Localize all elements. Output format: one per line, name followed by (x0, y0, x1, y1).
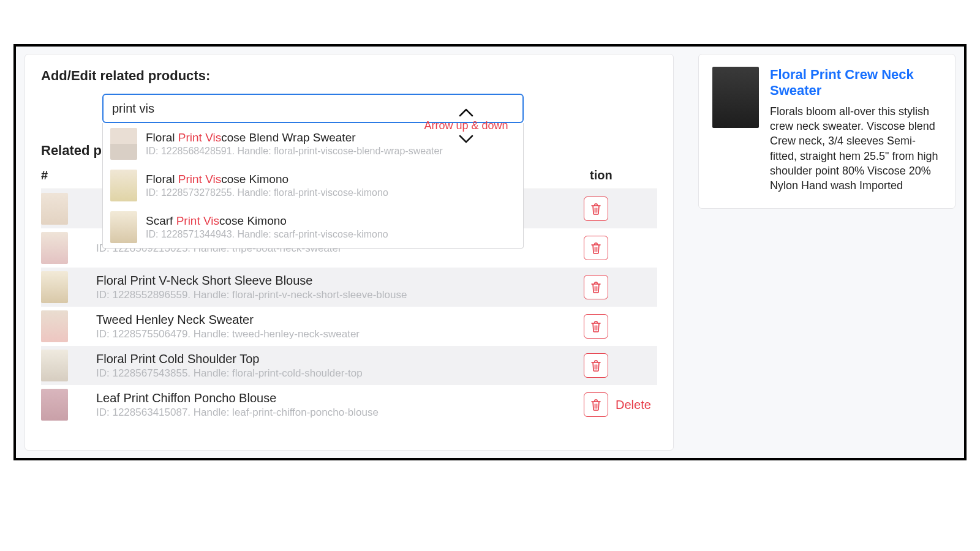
related-products-panel: Add/Edit related products: Floral Print … (24, 54, 674, 451)
delete-label: Delete (616, 398, 651, 412)
table-row: Floral Print Cold Shoulder TopID: 122856… (41, 346, 657, 385)
product-name: Tweed Henley Neck Sweater (96, 313, 584, 327)
product-thumb (41, 232, 68, 264)
autocomplete-item[interactable]: Scarf Print Viscose KimonoID: 1228571344… (103, 206, 523, 248)
table-row: Floral Print V-Neck Short Sleeve BlouseI… (41, 268, 657, 307)
product-thumb (110, 211, 137, 243)
col-header-action-tail: tion (590, 168, 657, 182)
delete-button[interactable] (584, 197, 608, 221)
product-thumb (41, 310, 68, 342)
arrow-note-label: Arrow up & down (417, 119, 515, 132)
table-row: Tweed Henley Neck SweaterID: 12285755064… (41, 307, 657, 346)
product-thumb (41, 350, 68, 381)
product-detail-thumb (712, 67, 759, 128)
autocomplete-item-id: ID: 1228568428591. Handle: floral-print-… (146, 146, 443, 157)
search-wrap: Floral Print Viscose Blend Wrap SweaterI… (102, 94, 524, 123)
autocomplete-item-id: ID: 1228573278255. Handle: floral-print-… (146, 187, 388, 198)
product-thumb (41, 193, 68, 225)
col-header-hash: # (41, 168, 96, 182)
delete-button[interactable] (584, 275, 608, 299)
product-thumb (41, 271, 68, 303)
product-name: Floral Print V-Neck Short Sleeve Blouse (96, 274, 584, 288)
product-thumb (110, 170, 137, 201)
table-row: Leaf Print Chiffon Poncho BlouseID: 1228… (41, 385, 657, 424)
product-detail-panel: Floral Print Crew Neck Sweater Florals b… (698, 54, 956, 209)
delete-button[interactable] (584, 353, 608, 378)
chevron-down-icon (417, 132, 515, 146)
delete-button[interactable] (584, 392, 608, 417)
product-id: ID: 1228575506479. Handle: tweed-henley-… (96, 328, 584, 340)
product-id: ID: 1228563415087. Handle: leaf-print-ch… (96, 407, 584, 419)
product-id: ID: 1228552896559. Handle: floral-print-… (96, 289, 584, 301)
autocomplete-item-name: Floral Print Viscose Kimono (146, 173, 388, 186)
panel-title: Add/Edit related products: (41, 68, 657, 84)
product-name: Floral Print Cold Shoulder Top (96, 352, 584, 366)
product-detail-desc: Florals bloom all-over this stylish crew… (770, 104, 941, 193)
product-detail-title[interactable]: Floral Print Crew Neck Sweater (770, 67, 941, 99)
autocomplete-item-id: ID: 1228571344943. Handle: scarf-print-v… (146, 229, 388, 240)
autocomplete-item-name: Scarf Print Viscose Kimono (146, 214, 388, 228)
autocomplete-item-name: Floral Print Viscose Blend Wrap Sweater (146, 131, 443, 144)
autocomplete-item[interactable]: Floral Print Viscose KimonoID: 122857327… (103, 165, 523, 206)
product-detail-text: Floral Print Crew Neck Sweater Florals b… (770, 67, 941, 193)
product-thumb (110, 128, 137, 160)
product-name: Leaf Print Chiffon Poncho Blouse (96, 391, 584, 405)
arrow-up-down-note: Arrow up & down (417, 106, 515, 146)
app-frame: Add/Edit related products: Floral Print … (13, 44, 967, 460)
delete-button[interactable] (584, 236, 608, 260)
product-thumb (41, 389, 68, 421)
delete-button[interactable] (584, 314, 608, 339)
product-id: ID: 1228567543855. Handle: floral-print-… (96, 367, 584, 380)
chevron-up-icon (417, 106, 515, 119)
